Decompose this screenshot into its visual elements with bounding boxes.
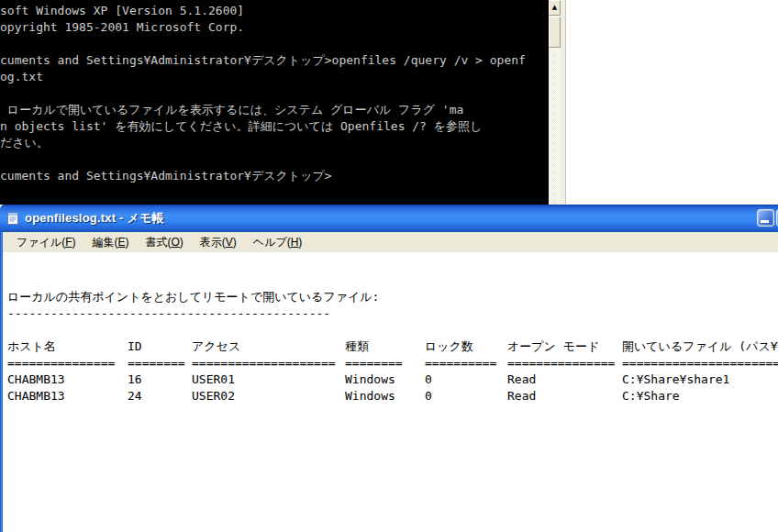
menu-file[interactable]: ファイル(F) [8,232,83,253]
console-line [0,151,549,168]
notepad-titlebar[interactable]: openfileslog.txt - メモ帳 [0,205,778,232]
console-prompt-line: cuments and Settings¥Administrator¥デスクトッ… [0,168,549,184]
table-row: CHABMB13 16 USER01 Windows 0 Read C:¥Sha… [0,371,778,388]
console-line: soft Windows XP [Version 5.1.2600] [0,3,549,19]
table-row: CHABMB13 24 USER02 Windows 0 Read C:¥Sha… [0,388,778,405]
col-rule: ========== [425,355,496,371]
document-underline: ----------------------------------------… [7,305,330,322]
console-line: ださい。 [0,135,549,151]
document-intro-line: ローカルの共有ポイントをとおしてリモートで開いているファイル: [0,289,778,305]
minimize-icon [761,220,769,223]
cell-id: 24 [128,388,142,405]
console-line [0,85,549,102]
table-header-row: ホスト名 ID アクセス 種類 ロック数 オープン モード 開いているファイル … [0,338,778,355]
cell-open-file: C:¥Share [622,388,680,405]
scrollbar-thumb[interactable] [549,17,561,48]
cell-hostname: CHABMB13 [7,388,65,405]
cell-locks: 0 [425,388,432,405]
cell-access: USER01 [192,371,235,388]
console-line: ローカルで開いているファイルを表示するには、システム グローバル フラグ 'ma [0,102,549,118]
cell-open-file: C:¥Share¥share1 [622,371,729,388]
console-window-right-border [561,0,566,205]
console-line: cuments and Settings¥Administrator¥デスクトッ… [0,52,549,69]
menu-edit[interactable]: 編集(E) [83,232,137,253]
desktop: soft Windows XP [Version 5.1.2600] opyri… [0,0,778,532]
menu-view[interactable]: 表示(V) [192,232,245,253]
notepad-window: openfileslog.txt - メモ帳 ファイル(F) 編集(E) 書式(… [0,205,778,532]
console-line: og.txt [0,69,549,85]
col-rule: ======== [345,355,403,371]
col-rule: ======== [128,355,185,371]
menu-help[interactable]: ヘルプ(H) [245,232,311,253]
cell-type: Windows [345,388,395,405]
cell-access: USER02 [192,388,235,405]
menu-format[interactable]: 書式(O) [137,232,191,253]
col-rule: ==================== [192,355,336,371]
cell-open-mode: Read [507,371,536,388]
document-intro: ローカルの共有ポイントをとおしてリモートで開いているファイル: [7,289,379,305]
document-underline-line: ----------------------------------------… [0,305,778,322]
col-header-id: ID [128,338,142,355]
cell-id: 16 [128,371,142,388]
command-prompt-window[interactable]: soft Windows XP [Version 5.1.2600] opyri… [0,0,566,205]
cell-locks: 0 [425,371,432,388]
col-header-open-file: 開いているファイル (パス¥実行可能ファイル) [622,338,778,355]
console-output: soft Windows XP [Version 5.1.2600] opyri… [0,0,549,205]
col-rule: =============== [507,355,615,371]
cell-type: Windows [345,371,395,388]
scrollbar-up-button[interactable]: ▲ [549,0,561,16]
col-rule: ========================================… [622,355,778,371]
col-header-access: アクセス [192,338,240,355]
notepad-icon[interactable] [6,211,20,226]
col-header-locks: ロック数 [425,338,473,355]
console-line: opyright 1985-2001 Microsoft Corp. [0,19,549,36]
window-title: openfileslog.txt - メモ帳 [25,210,164,227]
cell-open-mode: Read [507,388,536,405]
notepad-menubar: ファイル(F) 編集(E) 書式(O) 表示(V) ヘルプ(H) [3,232,778,252]
up-arrow-icon: ▲ [552,5,557,11]
console-scrollbar[interactable]: ▲ [549,0,561,205]
col-header-type: 種類 [345,338,369,355]
console-line: n objects list' を有効にしてください。詳細については Openf… [0,118,549,135]
col-header-open-mode: オープン モード [507,338,599,355]
console-line [0,36,549,52]
col-rule: =============== [7,355,115,371]
minimize-button[interactable] [757,209,774,227]
col-header-hostname: ホスト名 [7,338,56,355]
table-rule-row: =============== ======== ===============… [0,355,778,371]
cell-hostname: CHABMB13 [7,371,65,388]
